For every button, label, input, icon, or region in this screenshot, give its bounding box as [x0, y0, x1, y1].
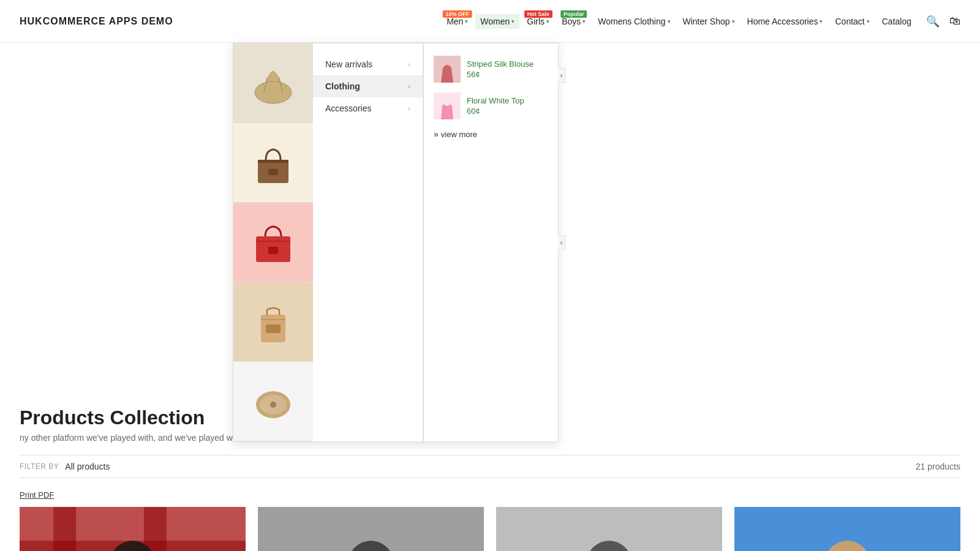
double-arrow-icon: »	[434, 129, 439, 139]
svg-rect-18	[443, 97, 451, 106]
nav-label-girls: Girls	[527, 17, 545, 26]
arrow-right-icon: ›	[408, 105, 410, 112]
svg-rect-5	[268, 169, 278, 175]
men-badge: 10% OFF	[442, 10, 472, 18]
nav-label-women: Women	[480, 17, 510, 26]
site-header: HUKCOMMERCE APPS DEMO 10% OFF Men ▾ Wome…	[0, 0, 980, 43]
submenu-product-name-1: Striped Silk Blouse	[467, 59, 533, 69]
submenu-product-price-2: 60¢	[467, 107, 524, 116]
header-icons: 🔍 🛍	[926, 15, 960, 28]
bag-image-1[interactable]	[233, 43, 313, 123]
product-image-dark-denim-top[interactable]	[734, 507, 960, 551]
view-more-label: view more	[441, 130, 477, 139]
submenu-product-1[interactable]: Striped Silk Blouse 56¢	[431, 51, 551, 88]
cart-icon[interactable]: 🛍	[949, 15, 960, 28]
submenu-product-img-2	[434, 92, 461, 119]
svg-rect-6	[258, 160, 288, 163]
bag-svg-2	[249, 138, 298, 187]
print-pdf-link[interactable]: Print PDF	[20, 490, 960, 500]
nav-item-home-accessories[interactable]: Home Accessories ▾	[742, 14, 828, 29]
nav-label-catalog: Catalog	[882, 17, 911, 26]
product-img-svg-1	[20, 507, 246, 551]
product-image-chequered-red-shirt[interactable]	[20, 507, 246, 551]
search-icon[interactable]: 🔍	[926, 15, 940, 28]
chevron-down-icon: ▾	[668, 18, 671, 24]
product-image-grey-jacket[interactable]	[258, 507, 484, 551]
chevron-down-icon: ▾	[546, 18, 549, 24]
product-thumb-svg-1	[434, 56, 461, 83]
chevron-down-icon: ▾	[732, 18, 735, 24]
nav-item-men[interactable]: 10% OFF Men ▾	[442, 14, 473, 29]
bag-image-4[interactable]	[233, 282, 313, 362]
product-grid: Chequered Red Shirt from 31¢ ADD TO CART…	[20, 507, 960, 551]
menu-item-label-clothing: Clothing	[325, 81, 360, 91]
menu-item-label-new-arrivals: New arrivals	[325, 59, 372, 69]
nav-item-winter-shop[interactable]: Winter Shop ▾	[678, 14, 740, 29]
submenu-product-2[interactable]: Floral White Top 60¢	[431, 88, 551, 124]
filter-divider: ·	[118, 462, 121, 471]
nav-item-girls[interactable]: Hot Sale Girls ▾	[522, 14, 554, 29]
product-img-svg-4	[734, 507, 960, 551]
nav-label-boys: Boys	[562, 17, 581, 26]
site-logo: HUKCOMMERCE APPS DEMO	[20, 16, 173, 27]
product-card-grey-jacket: Grey Jacket from 31¢ ADD TO CART	[258, 507, 484, 551]
nav-item-boys[interactable]: Popular Boys ▾	[557, 14, 590, 29]
submenu-product-name-2: Floral White Top	[467, 96, 524, 105]
bag-image-5[interactable]	[233, 362, 313, 441]
filter-value[interactable]: All products	[65, 462, 110, 471]
product-img-svg-3: B	[496, 507, 722, 551]
bag-images-column: ›	[233, 43, 313, 441]
menu-item-clothing[interactable]: Clothing ›	[313, 75, 423, 97]
menu-item-label-accessories: Accessories	[325, 103, 371, 113]
nav-item-contact[interactable]: Contact ▾	[830, 14, 874, 29]
nav-label-home-accessories: Home Accessories	[747, 17, 818, 26]
main-nav: 10% OFF Men ▾ Women ▾ Hot Sale Girls ▾ P…	[442, 14, 916, 29]
submenu-product-price-1: 56¢	[467, 70, 533, 79]
product-card-dark-denim-top: Dark Denim Top from 39¢ ADD TO CART	[734, 507, 960, 551]
svg-rect-8	[268, 247, 278, 254]
nav-label-winter-shop: Winter Shop	[683, 17, 730, 26]
menu-item-new-arrivals[interactable]: New arrivals ›	[313, 53, 423, 75]
chevron-down-icon: ▾	[465, 18, 468, 24]
submenu-product-info-2: Floral White Top 60¢	[467, 96, 524, 116]
chevron-down-icon: ▾	[820, 18, 823, 24]
product-card-chequered-red-shirt: Chequered Red Shirt from 31¢ ADD TO CART	[20, 507, 246, 551]
bag-image-3[interactable]	[233, 203, 313, 282]
bag-svg-1	[249, 59, 298, 108]
filter-label: FILTER BY	[20, 462, 59, 471]
arrow-right-icon: ›	[408, 61, 410, 68]
filter-bar: FILTER BY All products · 21 products	[20, 455, 960, 478]
dropdown-menu-column: New arrivals › Clothing › Accessories › …	[313, 43, 423, 441]
view-more-link[interactable]: » view more	[431, 124, 551, 144]
svg-point-15	[270, 402, 276, 408]
nav-label-contact: Contact	[835, 17, 864, 26]
nav-label-womens-clothing: Womens Clothing	[598, 17, 665, 26]
nav-label-men: Men	[447, 17, 463, 26]
boys-badge: Popular	[560, 10, 587, 18]
submenu-product-info-1: Striped Silk Blouse 56¢	[467, 59, 533, 79]
product-count: 21 products	[916, 462, 960, 471]
product-image-classic-varsity-top[interactable]: B	[496, 507, 722, 551]
bag-svg-3	[249, 218, 298, 267]
clothing-expand-arrow[interactable]: ›	[558, 68, 565, 83]
submenu-product-img-1	[434, 56, 461, 83]
product-img-svg-2	[258, 507, 484, 551]
product-thumb-svg-2	[434, 92, 461, 119]
nav-item-womens-clothing[interactable]: Womens Clothing ▾	[593, 14, 675, 29]
arrow-right-icon: ›	[408, 83, 410, 90]
women-dropdown: › New arrivals › Clothing › Accessories …	[233, 43, 559, 442]
bag-svg-4	[249, 298, 298, 347]
bag-svg-5	[252, 383, 295, 420]
dropdown-expand-arrow[interactable]: ›	[558, 235, 565, 250]
svg-rect-11	[266, 324, 281, 333]
chevron-down-icon: ▾	[511, 18, 514, 24]
girls-badge: Hot Sale	[524, 10, 552, 18]
bag-image-2[interactable]	[233, 123, 313, 203]
dropdown-submenu-column: Striped Silk Blouse 56¢ Floral White Top…	[423, 43, 558, 441]
chevron-down-icon: ▾	[867, 18, 870, 24]
menu-item-accessories[interactable]: Accessories ›	[313, 97, 423, 119]
product-card-classic-varsity-top: B Classic Varsity Top from 31¢ ADD TO CA…	[496, 507, 722, 551]
nav-item-catalog[interactable]: Catalog	[877, 14, 916, 29]
chevron-down-icon: ▾	[582, 18, 586, 24]
nav-item-women[interactable]: Women ▾	[475, 14, 519, 29]
